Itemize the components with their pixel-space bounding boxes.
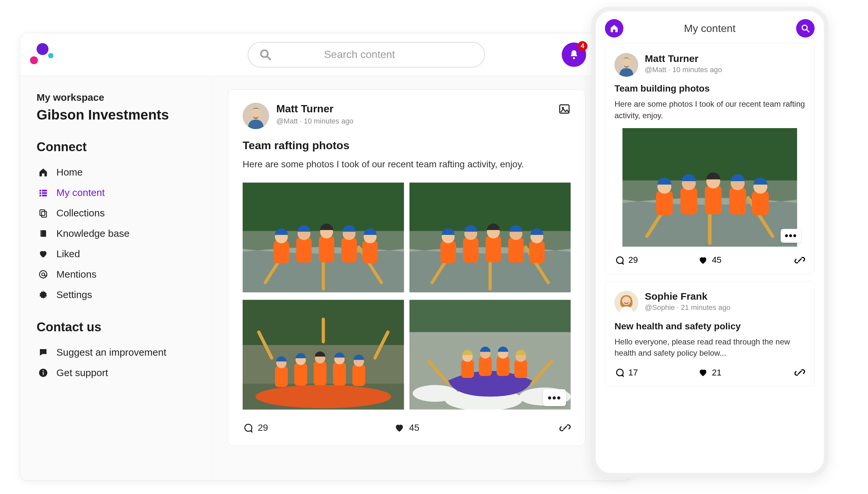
post-author-meta: @Matt · 10 minutes ago (276, 117, 354, 126)
scroll-fade (596, 463, 824, 473)
post-title: Team rafting photos (242, 139, 571, 152)
mobile-likes-button[interactable]: 45 (698, 255, 722, 265)
app-header: 4 (20, 33, 631, 76)
section-contact: Contact us (37, 320, 195, 334)
mobile-post-avatar[interactable] (614, 53, 638, 77)
mobile-more-photos-button[interactable]: ••• (781, 229, 801, 243)
mobile-share-link-button[interactable] (795, 255, 805, 265)
nav-knowledge-base[interactable]: Knowledge base (37, 223, 195, 244)
post-photo[interactable] (410, 182, 571, 293)
comments-button[interactable]: 29 (242, 422, 268, 433)
sidebar: My workspace Gibson Investments Connect … (20, 76, 211, 480)
search-input[interactable] (324, 49, 473, 61)
nav-label: Collections (56, 208, 105, 219)
post-photo[interactable] (242, 299, 404, 411)
post-actions: 29 45 (242, 420, 571, 436)
mobile-header: My content (605, 19, 815, 38)
more-photos-button[interactable]: ••• (543, 389, 566, 406)
search-icon (259, 49, 271, 61)
link-icon (559, 422, 571, 433)
bell-icon (568, 49, 580, 61)
mobile-post-card: Matt Turner @Matt · 10 minutes ago Team … (605, 43, 815, 274)
nav-label: Knowledge base (56, 228, 130, 239)
heart-icon (698, 255, 708, 265)
nav-my-content[interactable]: My content (37, 183, 195, 203)
avatar-icon (242, 103, 269, 129)
mobile-post-header: Matt Turner @Matt · 10 minutes ago (614, 53, 805, 77)
nav-label: Mentions (56, 269, 96, 280)
nav-label: Home (56, 167, 83, 178)
nav-get-support[interactable]: Get support (37, 363, 195, 383)
copy-icon (37, 208, 49, 218)
book-icon (37, 229, 49, 239)
nav-label: Settings (56, 289, 92, 300)
search-field[interactable] (248, 42, 485, 68)
nav-collections[interactable]: Collections (37, 203, 195, 223)
mobile-likes-count: 45 (712, 255, 722, 265)
nav-suggest-improvement[interactable]: Suggest an improvement (37, 342, 195, 363)
likes-button[interactable]: 45 (394, 422, 419, 433)
notification-badge: 4 (578, 41, 587, 51)
mobile-comments-button[interactable]: 17 (614, 367, 638, 378)
comment-icon (614, 255, 625, 265)
link-icon (795, 255, 805, 265)
mobile-comments-button[interactable]: 29 (614, 255, 638, 265)
mobile-app: My content Matt Turner @Matt · 10 minute… (591, 6, 829, 477)
post-author-name[interactable]: Matt Turner (276, 103, 354, 115)
nav-liked[interactable]: Liked (37, 244, 195, 264)
mobile-post-body: Hello everyone, please read read through… (614, 336, 805, 359)
post-author-block: Matt Turner @Matt · 10 minutes ago (276, 103, 354, 126)
photo-grid: ••• (242, 182, 571, 411)
nav-label: Liked (56, 248, 80, 260)
at-icon (37, 269, 49, 279)
comment-icon (242, 422, 253, 433)
comments-count: 29 (258, 422, 268, 433)
mobile-author-name[interactable]: Sophie Frank (645, 291, 730, 302)
post-card: Matt Turner @Matt · 10 minutes ago Team … (228, 89, 585, 446)
home-icon (37, 167, 49, 177)
mobile-post-photo[interactable]: ••• (614, 128, 805, 247)
post-photo[interactable] (242, 182, 404, 293)
notifications-button[interactable]: 4 (562, 42, 586, 67)
mobile-share-link-button[interactable] (795, 367, 805, 378)
likes-count: 45 (409, 422, 419, 433)
app-body: My workspace Gibson Investments Connect … (20, 76, 631, 480)
share-link-button[interactable] (559, 422, 571, 433)
workspace-name: Gibson Investments (37, 107, 195, 123)
mobile-author-name[interactable]: Matt Turner (645, 53, 722, 64)
mobile-comments-count: 29 (628, 255, 638, 265)
app-logo (30, 43, 56, 66)
main-column: Matt Turner @Matt · 10 minutes ago Team … (211, 76, 631, 480)
avatar-icon (614, 53, 638, 77)
mobile-post-actions: 17 21 (614, 365, 805, 379)
desktop-app: 4 My workspace Gibson Investments Connec… (20, 33, 631, 481)
heart-icon (698, 367, 708, 377)
mobile-post-body: Here are some photos I took of our recen… (614, 98, 805, 121)
mobile-post-avatar[interactable] (614, 291, 638, 315)
mobile-author-meta: @Sophie · 21 minutes ago (645, 303, 730, 312)
heart-icon (37, 249, 49, 259)
mobile-post-title: New health and safety policy (614, 321, 805, 331)
mobile-likes-count: 21 (712, 367, 722, 378)
nav-label: Suggest an improvement (56, 347, 166, 358)
mobile-post-title: Team building photos (614, 83, 805, 94)
post-author-avatar[interactable] (242, 103, 269, 129)
post-header: Matt Turner @Matt · 10 minutes ago (242, 103, 571, 129)
search-icon (801, 24, 810, 33)
mobile-post-header: Sophie Frank @Sophie · 21 minutes ago (614, 291, 805, 315)
mobile-search-button[interactable] (796, 19, 815, 38)
mobile-post-card: Sophie Frank @Sophie · 21 minutes ago Ne… (605, 281, 815, 387)
workspace-label: My workspace (37, 92, 195, 103)
mobile-home-button[interactable] (605, 19, 623, 38)
mobile-author-meta: @Matt · 10 minutes ago (645, 65, 722, 74)
speech-bubble-icon (37, 347, 49, 357)
mobile-likes-button[interactable]: 21 (698, 367, 722, 378)
nav-label: My content (56, 187, 105, 198)
link-icon (795, 367, 805, 378)
nav-home[interactable]: Home (37, 162, 195, 183)
image-icon (558, 103, 571, 117)
nav-settings[interactable]: Settings (37, 285, 195, 305)
mobile-author-block: Matt Turner @Matt · 10 minutes ago (645, 53, 722, 74)
mobile-author-block: Sophie Frank @Sophie · 21 minutes ago (645, 291, 730, 312)
nav-mentions[interactable]: Mentions (37, 264, 195, 285)
